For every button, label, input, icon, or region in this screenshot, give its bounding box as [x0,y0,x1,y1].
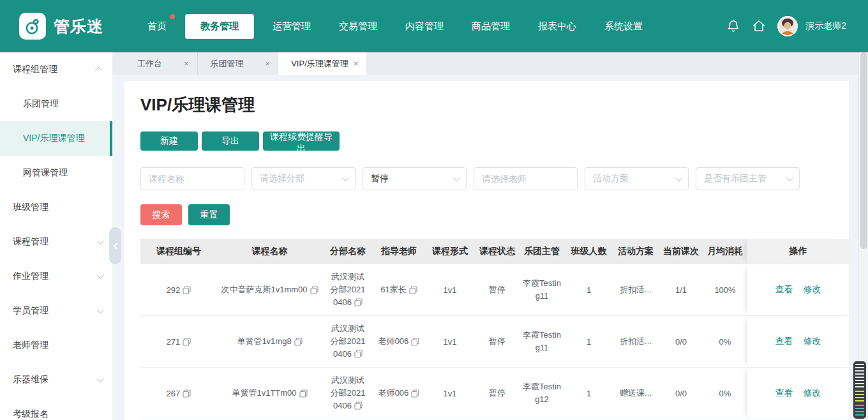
tab-bar: 工作台 × 乐团管理 × VIP/乐理课管理 × [112,52,868,75]
branch-select-placeholder: 请选择分部 [260,173,304,184]
sidebar-item-label: 课程组管理 [13,64,57,75]
group-id-value: 292 [167,285,181,295]
tab-orchestra-mgmt[interactable]: 乐团管理 × [198,52,279,75]
sidebar-item-label: 班级管理 [13,202,49,213]
bell-icon[interactable] [726,19,740,33]
copy-icon[interactable] [354,401,363,410]
plan-select[interactable]: 活动方案 [585,167,689,190]
top-header: 管乐迷 首页 教务管理 运营管理 交易管理 内容管理 商品管理 报表 [0,0,868,52]
nav-item-transactions[interactable]: 交易管理 [329,15,387,38]
table-row: 292 次中音萨克斯1v1mm00 武汉测试分部20210406 61家长 [140,264,849,316]
nav-item-home-label: 首页 [147,20,167,31]
cell-current: 1/1 [659,264,703,315]
view-link[interactable]: 查看 [775,387,793,399]
status-select[interactable]: 暂停 [363,167,467,190]
cell-teacher: 老师006 [373,368,424,419]
nav-item-home[interactable]: 首页 [138,15,176,38]
table-header-row: 课程组编号 课程名称 分部名称 指导老师 课程形式 课程状态 乐团主管 班级人数… [140,239,849,264]
sidebar-item-label: 网管课管理 [23,167,68,179]
nav-item-content[interactable]: 内容管理 [396,15,453,38]
sidebar-item-online-course-mgmt[interactable]: 网管课管理 [0,156,112,190]
chevron-down-icon [97,306,104,313]
cell-current: 0/0 [659,316,703,367]
action-buttons: 新建 导出 课程续费提醒导出 [140,131,849,151]
col-header: 分部名称 [322,239,373,264]
sidebar-item-vip-course-mgmt[interactable]: VIP/乐理课管理 [0,121,112,156]
sidebar-collapse-handle[interactable] [109,227,121,264]
copy-icon[interactable] [354,298,363,306]
sidebar-item-course-mgmt[interactable]: 课程管理 [0,225,112,259]
edit-link[interactable]: 修改 [804,336,821,347]
col-header: 班级人数 [565,239,613,264]
sidebar-item-student-mgmt[interactable]: 学员管理 [0,294,112,328]
col-header: 指导老师 [373,239,424,264]
cell-monthly: 0% [703,316,747,367]
sidebar-item-course-group-mgmt[interactable]: 课程组管理 [0,52,112,87]
cell-status: 暂停 [475,316,519,367]
scrollbar-thumb[interactable] [860,52,867,249]
copy-icon[interactable] [183,389,191,398]
sidebar-item-label: 乐团管理 [23,98,59,110]
sidebar-item-class-mgmt[interactable]: 班级管理 [0,190,112,225]
search-button[interactable]: 搜索 [140,204,182,225]
copy-icon[interactable] [294,338,303,346]
copy-icon[interactable] [183,286,191,294]
content-card: VIP/乐理课管理 新建 导出 课程续费提醒导出 请选择分部 暂停 [124,81,849,420]
user-name[interactable]: 演示老师2 [805,20,846,32]
sidebar-item-orchestra-mgmt[interactable]: 乐团管理 [0,87,112,121]
copy-icon[interactable] [411,389,419,398]
nav-item-products[interactable]: 商品管理 [462,15,520,38]
sidebar-item-instrument-maintenance[interactable]: 乐器维保 [0,363,112,397]
nav-item-settings[interactable]: 系统设置 [595,15,652,38]
notification-dot [170,14,175,19]
teacher-value: 老师006 [378,387,409,399]
renewal-export-button[interactable]: 课程续费提醒导出 [263,131,340,151]
reset-button[interactable]: 重置 [188,204,230,225]
copy-icon[interactable] [299,389,308,398]
nav-item-reports[interactable]: 报表中心 [528,15,586,38]
tab-workbench[interactable]: 工作台 × [124,52,198,75]
sidebar-item-exam-registration[interactable]: 考级报名 [0,397,112,420]
cell-status: 暂停 [475,368,519,419]
copy-icon[interactable] [183,338,191,346]
cell-actions: 查看 修改 [747,368,849,419]
export-button[interactable]: 导出 [202,131,259,151]
nav-item-operations[interactable]: 运营管理 [263,15,320,38]
manager-value: 李霞Testing11 [522,277,562,303]
branch-select[interactable]: 请选择分部 [251,167,355,190]
teacher-input[interactable] [482,174,569,184]
cell-plan: 赠送课... [613,368,659,419]
tab-label: 工作台 [137,58,162,70]
sidebar-item-label: 乐器维保 [13,374,49,386]
cell-branch: 武汉测试分部20210406 [322,368,373,419]
tab-close-icon[interactable]: × [184,59,189,68]
view-link[interactable]: 查看 [775,284,793,296]
copy-icon[interactable] [310,286,318,294]
has-manager-select[interactable]: 是否有乐团主管 [696,167,800,190]
sidebar-item-homework-mgmt[interactable]: 作业管理 [0,259,112,294]
cell-form: 1v1 [424,316,475,367]
sidebar-item-teacher-mgmt[interactable]: 老师管理 [0,328,112,363]
tab-vip-course-mgmt[interactable]: VIP/乐理课管理 × [278,52,366,75]
teacher-input-wrap [474,167,578,190]
tab-close-icon[interactable]: × [266,59,271,68]
copy-icon[interactable] [409,286,417,294]
copy-icon[interactable] [354,350,363,358]
home-icon[interactable] [752,19,766,33]
nav-item-products-label: 商品管理 [472,20,510,31]
edit-link[interactable]: 修改 [804,387,821,399]
nav-item-academic[interactable]: 教务管理 [185,14,254,39]
cell-teacher: 老师006 [373,316,424,367]
view-link[interactable]: 查看 [775,336,793,347]
tab-label: VIP/乐理课管理 [291,58,348,70]
col-header: 乐团主管 [519,239,565,264]
copy-icon[interactable] [411,338,419,346]
edit-link[interactable]: 修改 [804,284,821,296]
user-avatar[interactable] [777,16,798,36]
create-button[interactable]: 新建 [140,131,198,151]
minimap-widget [853,361,866,419]
course-name-input[interactable] [149,174,236,184]
course-table: 课程组编号 课程名称 分部名称 指导老师 课程形式 课程状态 乐团主管 班级人数… [140,239,849,419]
tab-close-icon[interactable]: × [354,59,359,68]
col-header: 课程状态 [475,239,519,264]
